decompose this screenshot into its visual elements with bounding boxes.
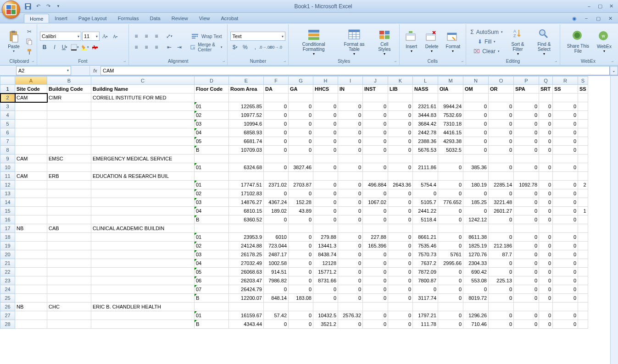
- font-name-combo[interactable]: Calibri▾: [40, 32, 81, 41]
- bold-button[interactable]: B: [40, 43, 49, 52]
- group-label-clipboard: Clipboard: [5, 58, 34, 64]
- align-left-icon[interactable]: ≡: [132, 43, 141, 52]
- group-alignment: ≡ ≡ ≡ ⤢▾ ≡ ≡ ≡ ⇤ ⇥ Wrap Text aMerge & Ce…: [129, 24, 228, 65]
- merge-center-button[interactable]: aMerge & Center▾: [189, 43, 224, 52]
- save-icon[interactable]: [24, 2, 32, 11]
- svg-point-41: [574, 33, 580, 38]
- delete-cells-button[interactable]: Delete▾: [423, 25, 441, 58]
- svg-text:a: a: [193, 46, 195, 49]
- wrap-text-button[interactable]: Wrap Text: [189, 32, 224, 41]
- format-as-table-button[interactable]: Format as Table▾: [338, 25, 371, 58]
- doc-minimize-button[interactable]: −: [581, 15, 591, 22]
- tab-page-layout[interactable]: Page Layout: [73, 14, 112, 23]
- conditional-formatting-button[interactable]: Conditional Formatting▾: [291, 25, 336, 58]
- group-font: Calibri▾ 11▾ A▴ A▾ B I U▾ ▾ ▾ A▾ Font: [37, 24, 129, 65]
- doc-close-button[interactable]: ✕: [605, 15, 615, 22]
- align-bottom-icon[interactable]: ≡: [152, 32, 161, 41]
- svg-rect-19: [308, 37, 319, 40]
- tab-data[interactable]: Data: [144, 14, 166, 23]
- group-webex: Share This File w WebEx▾ WebEx: [560, 24, 616, 65]
- decrease-decimal-icon[interactable]: .00→.0: [271, 43, 280, 52]
- titlebar: ↶ ↷ ▼ Book1 - Microsoft Excel − ▢ ✕: [0, 0, 618, 13]
- group-label-number: Number: [230, 58, 285, 64]
- group-number: Text▾ $▾ % , .0→.00 .00→.0 Number: [228, 24, 289, 65]
- fill-color-button[interactable]: ▾: [80, 43, 89, 52]
- close-button[interactable]: ✕: [606, 3, 616, 10]
- svg-rect-2: [27, 7, 29, 9]
- group-clipboard: Paste ▾ ✂ Clipboard: [2, 24, 37, 65]
- group-label-cells: Cells: [402, 58, 463, 64]
- tab-insert[interactable]: Insert: [49, 14, 73, 23]
- window-title: Book1 - Microsoft Excel: [62, 3, 584, 10]
- group-label-alignment: Alignment: [132, 58, 224, 64]
- format-painter-icon[interactable]: [25, 47, 34, 56]
- svg-rect-21: [349, 30, 360, 32]
- align-center-icon[interactable]: ≡: [142, 43, 151, 52]
- align-right-icon[interactable]: ≡: [152, 43, 161, 52]
- formula-expand-button[interactable]: ⌄: [610, 66, 618, 75]
- webex-button[interactable]: w WebEx▾: [595, 25, 613, 58]
- percent-icon[interactable]: %: [240, 43, 250, 52]
- svg-rect-34: [426, 34, 435, 36]
- font-color-button[interactable]: A▾: [90, 43, 100, 52]
- align-top-icon[interactable]: ≡: [132, 32, 141, 41]
- formula-input[interactable]: CAM: [100, 66, 610, 75]
- group-label-font: Font: [40, 58, 126, 64]
- tab-view[interactable]: View: [194, 14, 216, 23]
- svg-text:A: A: [513, 29, 516, 33]
- formula-bar: A2▾ fx CAM ⌄: [0, 66, 618, 76]
- group-label-webex: WebEx: [563, 58, 613, 64]
- redo-icon[interactable]: ↷: [44, 2, 52, 11]
- group-label-styles: Styles: [291, 58, 396, 64]
- svg-rect-7: [28, 40, 32, 45]
- svg-rect-29: [385, 35, 390, 39]
- fill-button[interactable]: ⬇ Fill▾: [469, 37, 504, 46]
- svg-point-39: [540, 30, 545, 35]
- align-middle-icon[interactable]: ≡: [142, 32, 151, 41]
- tab-formulas[interactable]: Formulas: [112, 14, 145, 23]
- share-file-button[interactable]: Share This File: [563, 25, 593, 58]
- help-icon[interactable]: ◉: [569, 15, 579, 22]
- cut-icon[interactable]: ✂: [25, 27, 34, 36]
- font-size-combo[interactable]: 11▾: [82, 32, 100, 41]
- svg-rect-31: [406, 34, 415, 36]
- undo-icon[interactable]: ↶: [34, 2, 42, 11]
- name-box[interactable]: A2▾: [16, 66, 71, 75]
- tab-acrobat[interactable]: Acrobat: [215, 14, 244, 23]
- insert-cells-button[interactable]: Insert▾: [402, 25, 421, 58]
- ribbon: Paste ▾ ✂ Clipboard Calibri▾ 11▾ A▴ A▾: [0, 23, 618, 66]
- sort-filter-button[interactable]: AZ Sort & Filter▾: [506, 25, 529, 58]
- clear-button[interactable]: ⌧ Clear▾: [469, 47, 504, 56]
- office-button[interactable]: [2, 0, 21, 20]
- maximize-button[interactable]: ▢: [595, 3, 605, 10]
- decrease-font-icon[interactable]: A▾: [111, 32, 120, 41]
- italic-button[interactable]: I: [50, 43, 59, 52]
- fx-button[interactable]: fx: [89, 66, 100, 75]
- decrease-indent-icon[interactable]: ⇤: [165, 43, 174, 52]
- tab-review[interactable]: Review: [166, 14, 194, 23]
- paste-button[interactable]: Paste ▾: [5, 25, 23, 58]
- orientation-icon[interactable]: ⤢▾: [165, 32, 174, 41]
- increase-indent-icon[interactable]: ⇥: [175, 43, 184, 52]
- cell-styles-button[interactable]: Cell Styles▾: [373, 25, 396, 58]
- copy-icon[interactable]: [25, 37, 34, 46]
- currency-icon[interactable]: $▾: [230, 43, 239, 52]
- qat-dropdown-icon[interactable]: ▼: [54, 2, 62, 11]
- underline-button[interactable]: U▾: [60, 43, 69, 52]
- autosum-button[interactable]: Σ AutoSum▾: [469, 28, 504, 37]
- svg-rect-26: [379, 31, 384, 34]
- increase-font-icon[interactable]: A▴: [100, 32, 110, 41]
- svg-rect-9: [71, 44, 77, 50]
- svg-rect-11: [81, 50, 87, 50]
- doc-restore-button[interactable]: ▢: [593, 15, 603, 22]
- svg-rect-13: [192, 36, 196, 37]
- svg-rect-32: [409, 31, 412, 33]
- group-cells: Insert▾ Delete▾ Format▾ Cells: [400, 24, 467, 65]
- minimize-button[interactable]: −: [584, 3, 594, 10]
- number-format-combo[interactable]: Text▾: [230, 32, 285, 41]
- find-select-button[interactable]: Find & Select▾: [531, 25, 557, 58]
- svg-rect-12: [192, 34, 198, 35]
- format-cells-button[interactable]: Format▾: [443, 25, 463, 58]
- tab-home[interactable]: Home: [24, 14, 49, 23]
- border-button[interactable]: ▾: [70, 43, 79, 52]
